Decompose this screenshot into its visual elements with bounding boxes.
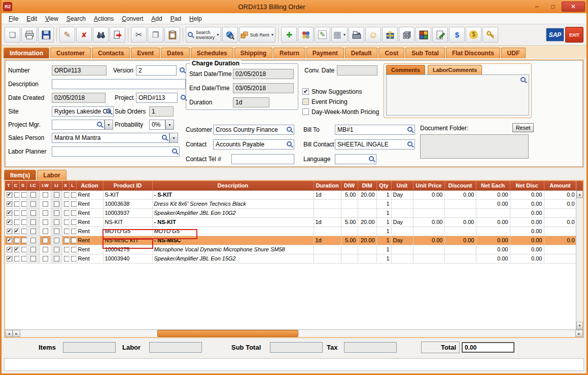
edit-document-button[interactable] <box>432 27 448 43</box>
cell-net-each[interactable] <box>476 208 510 217</box>
cell-discount[interactable] <box>444 208 476 217</box>
col-dim[interactable]: DIM <box>358 181 376 190</box>
cell-unit[interactable] <box>391 199 413 208</box>
cell-unit[interactable]: Day <box>391 236 413 245</box>
checkbox-c[interactable] <box>14 201 20 207</box>
version-field[interactable]: 2 <box>136 65 177 76</box>
minimize-button[interactable]: – <box>529 2 544 12</box>
checkbox-ic[interactable] <box>30 192 36 198</box>
tab-cost[interactable]: Cost <box>378 48 404 58</box>
col-qty[interactable]: Qty <box>376 181 391 190</box>
find-button[interactable] <box>93 27 109 43</box>
contact-search-icon[interactable] <box>286 141 293 148</box>
cell-unit-price[interactable] <box>413 227 444 236</box>
checkbox-iw[interactable] <box>43 229 48 234</box>
col-l[interactable]: L <box>69 181 76 190</box>
checkbox-ic[interactable] <box>30 247 36 252</box>
checkbox-s[interactable] <box>21 210 27 216</box>
cell-description[interactable]: MOTO G5 <box>152 227 314 236</box>
checkbox-s[interactable] <box>21 229 27 234</box>
table-row[interactable]: RentNS-KIT- NS-KIT1d5.0020.001Day0.000.0… <box>5 217 576 227</box>
cell-product-id[interactable]: NS-MISC KIT <box>103 236 152 245</box>
cell-action[interactable]: Rent <box>76 236 103 245</box>
paste-button[interactable] <box>164 27 180 43</box>
site-field[interactable]: Rydges Lakeside Ca <box>52 106 114 117</box>
end-date-field[interactable]: 03/05/2018 <box>233 83 294 93</box>
checkbox-t[interactable] <box>7 201 12 207</box>
col-x[interactable]: X <box>62 181 69 190</box>
cell-qty[interactable]: 1 <box>376 190 391 199</box>
cell-action[interactable]: Rent <box>76 208 103 217</box>
col-duration[interactable]: Duration <box>314 181 341 190</box>
tab-contacts[interactable]: Contacts <box>92 48 130 58</box>
cell-action[interactable]: Rent <box>76 254 103 263</box>
tab-comments[interactable]: Comments <box>386 65 425 74</box>
cell-diw[interactable] <box>341 254 358 263</box>
col-ii[interactable]: I.I <box>51 181 62 190</box>
checkbox-ic[interactable] <box>30 219 36 225</box>
checkbox-x[interactable] <box>64 247 70 252</box>
cell-net-disc[interactable]: 0.00 <box>510 245 544 254</box>
checkbox-iw[interactable] <box>43 219 48 225</box>
project-mgr-dropdown[interactable]: ▼ <box>105 120 113 130</box>
cell-diw[interactable]: 5.00 <box>341 236 358 245</box>
cell-net-disc[interactable]: 0.00 <box>510 199 544 208</box>
cell-discount[interactable]: 0.00 <box>444 217 476 227</box>
cell-action[interactable]: Rent <box>76 217 103 227</box>
checkbox-ic[interactable] <box>30 210 36 216</box>
chevron-down-icon[interactable]: ▼ <box>343 33 347 36</box>
cell-description[interactable]: Speaker/Amplifier JBL Eon 10G2 <box>152 208 314 217</box>
menu-pad[interactable]: Pad <box>166 15 185 22</box>
exit-button[interactable]: EXIT <box>565 27 583 43</box>
cell-product-id[interactable]: 10003638 <box>103 199 152 208</box>
frozen-scroll-left-button[interactable]: ◄ <box>5 330 13 337</box>
col-net-each[interactable]: Net Each <box>476 181 510 190</box>
tab-labor-comments[interactable]: LaborComments <box>428 65 482 74</box>
horizontal-scroll-track[interactable] <box>20 330 575 337</box>
cell-product-id[interactable]: 10003937 <box>103 208 152 217</box>
checkbox-s[interactable] <box>21 256 27 261</box>
checkbox-ic[interactable] <box>30 256 36 261</box>
col-iw[interactable]: I.W <box>40 181 51 190</box>
project-field[interactable]: ORD#113 <box>136 93 178 103</box>
cut-button[interactable]: ✂ <box>131 27 147 43</box>
tab-customer[interactable]: Customer <box>50 48 91 58</box>
cell-action[interactable]: Rent <box>76 190 103 199</box>
col-c[interactable]: C <box>12 181 19 190</box>
checkbox-c[interactable] <box>14 256 20 261</box>
menu-help[interactable]: Help <box>185 15 206 22</box>
cell-qty[interactable]: 1 <box>376 236 391 245</box>
col-s[interactable]: S <box>19 181 26 190</box>
show-suggestions-checkbox[interactable] <box>302 88 309 95</box>
checkbox-s[interactable] <box>21 201 27 207</box>
checkbox-c[interactable] <box>14 192 20 198</box>
cell-duration[interactable] <box>314 245 341 254</box>
checkbox-ii[interactable] <box>54 201 59 207</box>
cell-qty[interactable]: 1 <box>376 254 391 263</box>
menu-edit[interactable]: Edit <box>22 15 41 22</box>
cell-action[interactable]: Rent <box>76 199 103 208</box>
labor-planner-field[interactable] <box>52 146 180 157</box>
checkbox-l[interactable] <box>71 219 77 225</box>
checkbox-t[interactable] <box>7 192 12 198</box>
cell-net-each[interactable]: 0.00 <box>476 199 510 208</box>
checkbox-l[interactable] <box>71 201 77 207</box>
copy-button[interactable]: ❐ <box>148 27 163 43</box>
version-search-icon[interactable] <box>179 67 186 74</box>
cell-amount[interactable] <box>544 254 576 263</box>
tab-udf[interactable]: UDF <box>501 48 526 58</box>
menu-add[interactable]: Add <box>147 15 166 22</box>
cell-amount[interactable] <box>544 227 576 236</box>
table-row[interactable]: Rent10003638Dress Kit 8x6' Screen Techni… <box>5 199 576 208</box>
checkbox-ii[interactable] <box>54 192 59 198</box>
cell-duration[interactable]: 1d <box>314 217 341 227</box>
cell-unit[interactable]: Day <box>391 190 413 199</box>
cell-dim[interactable] <box>358 254 376 263</box>
checkbox-ii[interactable] <box>54 238 59 243</box>
vertical-scrollbar[interactable]: ▲ ▼ <box>576 181 583 329</box>
cell-description[interactable]: - S-KIT <box>152 190 314 199</box>
cell-dim[interactable]: 20.00 <box>358 236 376 245</box>
sub-orders-field[interactable]: 1 <box>149 106 174 117</box>
cell-net-each[interactable]: 0.00 <box>476 236 510 245</box>
cell-net-disc[interactable]: 0.00 <box>510 190 544 199</box>
